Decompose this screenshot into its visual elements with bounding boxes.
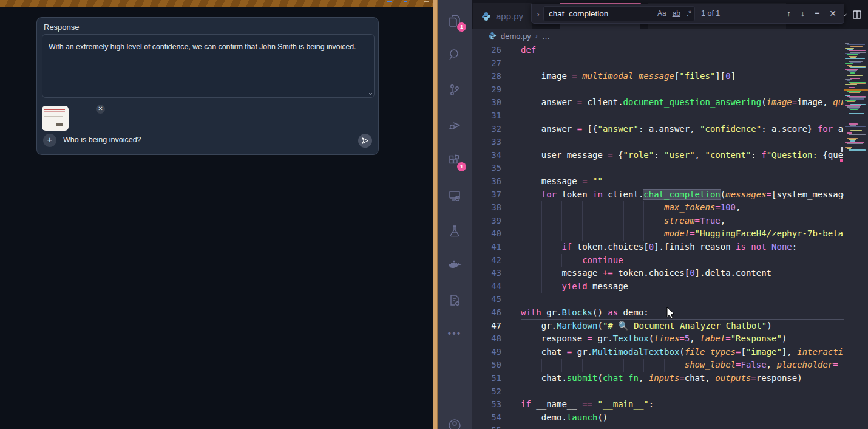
find-next-button[interactable]: ↓: [801, 9, 805, 18]
match-case-toggle[interactable]: Aa: [654, 9, 670, 18]
code-line[interactable]: 37 for token in client.chat_completion(m…: [472, 188, 868, 202]
code-line[interactable]: 50 show_label=False, placeholder=: [472, 359, 868, 372]
breadcrumb-symbol[interactable]: …: [542, 32, 550, 41]
remove-image-button[interactable]: ✕: [96, 105, 105, 114]
split-editor-button[interactable]: [852, 10, 862, 19]
code-line[interactable]: 41 if token.choices[0].finish_reason is …: [472, 241, 868, 254]
code-line[interactable]: 34 user_message = {"role": "user", "cont…: [472, 149, 868, 162]
tab-app-py[interactable]: app.py: [473, 3, 532, 29]
sidebar-item-remote-explorer[interactable]: [447, 188, 462, 203]
code-line[interactable]: 44 yield message: [472, 280, 868, 293]
code-line[interactable]: 27: [472, 57, 868, 70]
progress-mark: [404, 1, 407, 2]
python-file-icon: [488, 32, 497, 40]
code-line[interactable]: 30 answer = client.document_question_ans…: [472, 96, 868, 109]
chat-input-text[interactable]: Who is being invoiced?: [63, 136, 141, 144]
code-line[interactable]: 35: [472, 162, 868, 175]
code-line[interactable]: 45: [472, 293, 868, 306]
code-line[interactable]: 55: [472, 424, 868, 429]
code-line[interactable]: 40 model="HuggingFaceH4/zephyr-7b-beta",: [472, 227, 868, 241]
mouse-cursor: [666, 307, 676, 320]
code-editor[interactable]: 26def2728 image = multimodal_message["fi…: [472, 43, 868, 429]
code-line[interactable]: 32 answer = [{"answer": a.answer, "confi…: [472, 123, 868, 136]
response-label: Response: [44, 22, 80, 32]
code-line[interactable]: 36 message = "": [472, 175, 868, 188]
code-line[interactable]: 53if __name__ == "__main__":: [472, 398, 868, 411]
code-line[interactable]: 49 chat = gr.MultimodalTextbox(file_type…: [472, 346, 868, 359]
code-line[interactable]: 38 max_tokens=100,: [472, 201, 868, 214]
code-line[interactable]: 48 response = gr.Textbox(lines=5, label=…: [472, 332, 868, 346]
gradio-app-panel: Response With an extremely high level of…: [0, 0, 433, 429]
code-line[interactable]: 43 message += token.choices[0].delta.con…: [472, 267, 868, 280]
editor-region: app.py demo.py _client.py ~: [472, 0, 868, 429]
python-file-icon: [481, 12, 491, 21]
sidebar-item-task-runner[interactable]: [447, 293, 462, 307]
chat-input-row: + Who is being invoiced?: [37, 134, 378, 147]
find-previous-button[interactable]: ↑: [787, 9, 791, 18]
breadcrumb-separator: ›: [535, 32, 538, 40]
sidebar-item-search[interactable]: [447, 47, 462, 62]
whole-word-toggle[interactable]: ab: [670, 9, 683, 18]
add-file-button[interactable]: +: [43, 134, 56, 147]
sidebar-item-source-control[interactable]: [447, 83, 462, 97]
beaker-icon: [447, 224, 462, 238]
breadcrumb-file[interactable]: demo.py: [501, 32, 531, 41]
code-line[interactable]: 54 demo.launch(): [472, 411, 868, 425]
card-divider: [37, 103, 378, 103]
progress-stripe-bar: [0, 0, 433, 7]
code-line[interactable]: 29: [472, 83, 868, 97]
sidebar-item-extensions[interactable]: 1: [447, 153, 462, 168]
account-icon[interactable]: [447, 418, 462, 429]
breadcrumb: demo.py › …: [472, 29, 868, 43]
sidebar-item-run-debug[interactable]: [447, 118, 462, 132]
uploaded-image-thumbnail[interactable]: [42, 106, 69, 131]
sidebar-item-testing[interactable]: [447, 224, 462, 238]
tab-label: app.py: [496, 11, 523, 21]
find-widget: › chat_completion Aa ab .* 1 of 1 ↑ ↓ ≡ …: [531, 4, 844, 24]
extensions-badge: 1: [457, 162, 466, 171]
window-split-divider[interactable]: [433, 0, 438, 429]
file-gear-icon: [447, 293, 462, 307]
code-line[interactable]: 47 gr.Markdown("# 🔍 Document Analyzer Ch…: [472, 320, 868, 333]
search-icon: [447, 47, 462, 62]
code-line[interactable]: 42 continue: [472, 254, 868, 267]
code-line[interactable]: 52: [472, 385, 868, 399]
resize-handle-icon[interactable]: [367, 90, 373, 96]
send-button[interactable]: [358, 134, 372, 148]
source-control-icon: [447, 83, 462, 97]
find-query[interactable]: chat_completion: [544, 9, 654, 18]
find-expand-chevron[interactable]: ›: [532, 9, 543, 19]
overview-ruler-mark: [841, 147, 843, 152]
code-line[interactable]: 33: [472, 136, 868, 149]
progress-mark: [424, 1, 429, 2]
more-views-button[interactable]: •••: [447, 328, 462, 343]
regex-toggle[interactable]: .*: [683, 9, 694, 18]
docker-icon: [447, 258, 462, 272]
activity-bar: 1: [438, 0, 472, 429]
io-card: Response With an extremely high level of…: [36, 17, 379, 155]
send-icon: [361, 137, 369, 145]
sidebar-item-explorer[interactable]: 1: [447, 13, 462, 28]
minimap[interactable]: [844, 43, 868, 429]
code-line[interactable]: 39 stream=True,: [472, 214, 868, 228]
find-result-count: 1 of 1: [695, 9, 720, 18]
code-line[interactable]: 31: [472, 109, 868, 123]
overview-ruler-cursor-mark: [840, 159, 843, 162]
sidebar-item-docker[interactable]: [447, 258, 462, 272]
code-line[interactable]: 28 image = multimodal_message["files"][0…: [472, 70, 868, 83]
response-text: With an extremely high level of confiden…: [49, 43, 356, 51]
remote-explorer-icon: [447, 188, 462, 203]
progress-mark: [387, 1, 392, 2]
response-textarea[interactable]: With an extremely high level of confiden…: [42, 34, 375, 98]
code-line[interactable]: 51 chat.submit(chat_fn, inputs=chat, out…: [472, 372, 868, 385]
find-input[interactable]: chat_completion Aa ab .*: [543, 6, 695, 21]
find-close-button[interactable]: ✕: [829, 9, 836, 18]
vscode-window: 1: [438, 0, 868, 429]
screen: Response With an extremely high level of…: [0, 0, 868, 429]
code-line[interactable]: 26def: [472, 44, 868, 57]
explorer-badge: 1: [457, 22, 466, 32]
find-in-selection-button[interactable]: ≡: [815, 9, 819, 18]
run-debug-icon: [447, 118, 462, 132]
